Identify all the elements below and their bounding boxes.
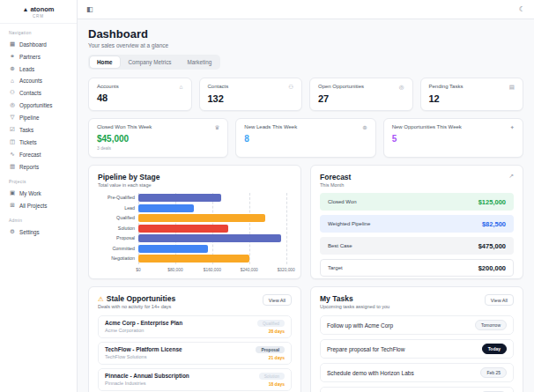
weekly-card-new-leads-this-week: New Leads This Week⊕8 bbox=[235, 118, 375, 158]
weekly-card-closed-won-this-week: Closed Won This Week♛$45,0003 deals bbox=[88, 118, 228, 158]
stat-label: Accounts bbox=[97, 84, 119, 89]
forecast-row-weighted-pipeline: Weighted Pipeline$82,500 bbox=[320, 215, 514, 233]
stale-title: Stale Opportunities bbox=[107, 294, 175, 303]
stale-opportunity-item[interactable]: TechFlow - Platform LicenseTechFlow Solu… bbox=[98, 342, 292, 365]
sidebar-item-partners[interactable]: ⚭Partners bbox=[0, 50, 77, 63]
task-item[interactable]: Follow up with Acme CorpTomorrow bbox=[320, 315, 514, 335]
sidebar-item-all-projects[interactable]: ⊞All Projects bbox=[0, 199, 77, 211]
sidebar-item-opportunities[interactable]: ◎Opportunities bbox=[0, 99, 77, 111]
tasks-view-all-button[interactable]: View All bbox=[485, 294, 514, 306]
people-icon: ⚇ bbox=[9, 89, 16, 96]
chart-bar-negotiation bbox=[138, 255, 249, 263]
sidebar-item-label: All Projects bbox=[19, 203, 48, 209]
sidebar-item-label: Dashboard bbox=[19, 41, 47, 48]
sidebar-item-label: Tickets bbox=[19, 139, 37, 145]
brand-logo[interactable]: ▲ atonom CRM bbox=[0, 0, 77, 24]
stat-card-open-opportunities: Open Opportunities◎27 bbox=[309, 78, 413, 111]
forecast-row-label: Best Case bbox=[328, 243, 352, 248]
chart-bar-row bbox=[138, 203, 292, 214]
sidebar-item-label: Opportunities bbox=[19, 102, 52, 108]
sidebar-item-label: Pipeline bbox=[19, 115, 39, 121]
partners-icon: ⚭ bbox=[9, 53, 16, 60]
forecast-row-target: Target$200,000 bbox=[320, 259, 514, 277]
forecast-row-best-case: Best Case$475,000 bbox=[320, 237, 514, 255]
sidebar-toggle-icon[interactable]: ◧ bbox=[86, 5, 93, 13]
stat-value: 48 bbox=[97, 92, 183, 103]
app-window: ▲ atonom CRM Navigation▦Dashboard⚭Partne… bbox=[0, 0, 534, 392]
opportunity-name: TechFlow - Platform License bbox=[105, 346, 182, 352]
building-icon: ⌂ bbox=[180, 84, 183, 90]
task-name: Schedule demo with Horizon Labs bbox=[327, 370, 414, 376]
chart-category-label: Pre-Qualified bbox=[98, 193, 138, 203]
tab-marketing[interactable]: Marketing bbox=[181, 56, 219, 68]
weekly-card-new-opportunities-this-week: New Opportunities This Week✦5 bbox=[383, 118, 523, 158]
stage-badge: Qualified bbox=[257, 320, 285, 327]
task-item[interactable]: Prepare proposal for TechFlowToday bbox=[320, 339, 514, 359]
chart-bar-row bbox=[138, 233, 292, 244]
chart-bar-pre-qualified bbox=[138, 194, 221, 202]
stat-card-pending-tasks: Pending Tasks▤12 bbox=[420, 78, 524, 111]
stale-subtitle: Deals with no activity for 14+ days bbox=[98, 304, 175, 309]
forecast-row-label: Weighted Pipeline bbox=[328, 221, 370, 226]
task-due-badge: Feb 25 bbox=[480, 367, 507, 378]
page-title: Dashboard bbox=[88, 27, 523, 41]
user-plus-icon: ⊕ bbox=[9, 65, 16, 72]
logo-icon: ▲ bbox=[22, 6, 28, 12]
weekly-label: New Leads This Week bbox=[244, 124, 297, 129]
sidebar-item-label: Reports bbox=[19, 164, 39, 170]
sidebar-item-label: Partners bbox=[19, 54, 41, 60]
stale-opportunity-item[interactable]: Acme Corp - Enterprise PlanAcme Corporat… bbox=[98, 315, 292, 338]
page-content: Dashboard Your sales overview at a glanc… bbox=[78, 19, 534, 392]
stale-opportunity-item[interactable]: Pinnacle - Annual SubscriptionPinnacle I… bbox=[98, 368, 292, 391]
task-item[interactable]: Review contract terms - PinnacleFeb 27 bbox=[320, 387, 514, 392]
theme-toggle-icon[interactable]: ☾ bbox=[519, 5, 525, 13]
sidebar-item-tasks[interactable]: ☑Tasks bbox=[0, 123, 77, 136]
stat-value: 27 bbox=[318, 93, 404, 104]
chart-x-tick-label: $160,000 bbox=[204, 268, 221, 272]
target-icon: ◎ bbox=[9, 101, 16, 108]
sidebar-item-leads[interactable]: ⊕Leads bbox=[0, 63, 77, 75]
task-name: Follow up with Acme Corp bbox=[327, 322, 393, 329]
opportunity-name: Pinnacle - Annual Subscription bbox=[105, 373, 189, 379]
chart-bar-row bbox=[138, 254, 292, 264]
forecast-row-value: $475,000 bbox=[478, 242, 506, 250]
sidebar-item-dashboard[interactable]: ▦Dashboard bbox=[0, 38, 77, 50]
weekly-value: 8 bbox=[244, 134, 367, 144]
sidebar-item-settings[interactable]: ⚙Settings bbox=[0, 226, 77, 238]
chart-x-tick-label: $320,000 bbox=[278, 268, 295, 272]
sidebar-nav: Navigation▦Dashboard⚭Partners⊕Leads⌂Acco… bbox=[0, 31, 77, 238]
days-stale-label: 28 days bbox=[269, 329, 285, 334]
stat-card-accounts: Accounts⌂48 bbox=[88, 78, 192, 111]
task-item[interactable]: Schedule demo with Horizon LabsFeb 25 bbox=[320, 363, 514, 382]
stale-opportunities-panel: ⚠ Stale Opportunities Deals with no acti… bbox=[88, 286, 301, 392]
forecast-row-closed-won: Closed Won$125,000 bbox=[320, 193, 514, 211]
gear-icon: ⚙ bbox=[9, 228, 16, 235]
sidebar-item-label: Accounts bbox=[19, 78, 42, 84]
opportunity-company: Acme Corporation bbox=[105, 328, 182, 333]
days-stale-label: 21 days bbox=[269, 355, 285, 360]
weekly-value: $45,000 bbox=[97, 134, 219, 144]
sidebar-item-my-work[interactable]: ▣My Work bbox=[0, 187, 77, 199]
weekly-value: 5 bbox=[392, 134, 515, 144]
tab-company-metrics[interactable]: Company Metrics bbox=[122, 56, 179, 68]
task-due-badge: Today bbox=[482, 344, 507, 354]
tab-home[interactable]: Home bbox=[90, 56, 120, 68]
sidebar-item-forecast[interactable]: ∿Forecast bbox=[0, 148, 77, 160]
chart-bar-lead bbox=[138, 204, 194, 212]
my-tasks-panel: My Tasks Upcoming tasks assigned to you … bbox=[310, 286, 523, 392]
stale-view-all-button[interactable]: View All bbox=[263, 294, 292, 306]
sidebar-item-reports[interactable]: ▥Reports bbox=[0, 160, 77, 173]
forecast-row-value: $82,500 bbox=[482, 220, 506, 228]
sparkles-icon: ✦ bbox=[510, 124, 515, 131]
stat-label: Contacts bbox=[208, 84, 229, 89]
sidebar-item-tickets[interactable]: ◫Tickets bbox=[0, 136, 77, 148]
person-icon: ⚇ bbox=[288, 84, 293, 91]
chart-bar-row bbox=[138, 213, 292, 224]
sidebar-item-pipeline[interactable]: ▽Pipeline bbox=[0, 111, 77, 123]
ticket-icon: ◫ bbox=[9, 138, 16, 145]
sidebar-item-label: My Work bbox=[19, 190, 41, 196]
sidebar-item-accounts[interactable]: ⌂Accounts bbox=[0, 75, 77, 86]
trend-up-icon: ↗ bbox=[508, 173, 514, 180]
sidebar-item-contacts[interactable]: ⚇Contacts bbox=[0, 86, 77, 99]
nav-section-label-navigation: Navigation bbox=[9, 31, 77, 35]
